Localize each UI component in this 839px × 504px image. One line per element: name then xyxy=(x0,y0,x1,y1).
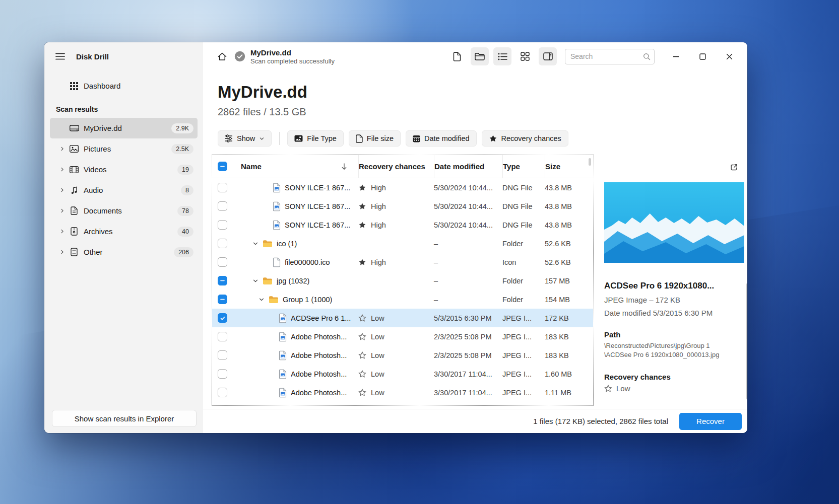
expand-collapse-chevron[interactable] xyxy=(259,297,265,303)
item-count-badge: 2.5K xyxy=(171,144,193,154)
column-header-type[interactable]: Type xyxy=(502,155,545,178)
column-header-name[interactable]: Name xyxy=(235,155,358,178)
show-filter-button[interactable]: Show xyxy=(218,130,272,147)
close-icon xyxy=(726,53,733,60)
table-row[interactable]: SONY ILCE-1 867... High 5/30/2024 10:44.… xyxy=(212,178,593,197)
row-checkbox[interactable] xyxy=(218,257,227,267)
home-button[interactable] xyxy=(213,47,231,65)
selection-status-text: 1 files (172 KB) selected, 2862 files to… xyxy=(533,417,668,425)
preview-image xyxy=(604,182,744,263)
column-header-date[interactable]: Date modified xyxy=(434,155,502,178)
table-row[interactable]: Adobe Photosh... Low 2/3/2025 5:08 PM JP… xyxy=(212,346,593,365)
sidebar-item-other[interactable]: Other 206 xyxy=(50,242,198,262)
sidebar-item-label: Videos xyxy=(84,165,107,174)
close-button[interactable] xyxy=(719,47,739,65)
details-file-title: ACDSee Pro 6 1920x1080... xyxy=(604,281,747,291)
sidebar-item-documents[interactable]: Documents 78 xyxy=(50,200,198,221)
row-checkbox[interactable] xyxy=(218,239,227,248)
filter-divider xyxy=(279,132,280,145)
panel-scrollbar[interactable] xyxy=(746,283,747,400)
row-checkbox[interactable] xyxy=(218,276,227,285)
show-scan-results-in-explorer-button[interactable]: Show scan results in Explorer xyxy=(52,410,197,427)
archives-icon xyxy=(69,227,79,236)
grid-view-button[interactable] xyxy=(516,47,534,65)
star-filled-icon xyxy=(358,221,366,229)
table-scrollbar[interactable] xyxy=(589,158,591,166)
sidebar-item-videos[interactable]: Videos 19 xyxy=(50,159,198,180)
recovery-chances-filter-button[interactable]: Recovery chances xyxy=(482,130,568,147)
chevron-right-icon xyxy=(58,146,66,152)
chevron-right-icon xyxy=(58,187,66,193)
row-checkbox[interactable] xyxy=(218,332,227,341)
row-checkbox[interactable] xyxy=(218,220,227,230)
documents-icon xyxy=(69,206,79,215)
file-size-filter-button[interactable]: File size xyxy=(349,130,401,147)
file-type-filter-label: File Type xyxy=(307,134,337,142)
sidebar-item-label: Documents xyxy=(84,206,122,215)
audio-icon xyxy=(69,186,79,194)
maximize-icon xyxy=(699,53,706,60)
file-type-filter-button[interactable]: File Type xyxy=(287,130,344,147)
scan-complete-icon xyxy=(234,51,245,62)
row-checkbox[interactable] xyxy=(218,295,227,304)
folder-view-button[interactable] xyxy=(471,47,489,65)
open-preview-external-button[interactable] xyxy=(726,160,741,175)
maximize-button[interactable] xyxy=(692,47,713,65)
table-row[interactable]: SONY ILCE-1 867... High 5/30/2024 10:44.… xyxy=(212,197,593,215)
row-checkbox[interactable] xyxy=(218,369,227,379)
hamburger-menu-button[interactable] xyxy=(51,48,69,65)
item-count-badge: 19 xyxy=(177,165,193,175)
image-file-icon xyxy=(279,313,287,323)
column-header-size[interactable]: Size xyxy=(545,155,593,178)
search-input[interactable] xyxy=(565,49,655,64)
file-info-button[interactable] xyxy=(448,47,466,65)
page-subtitle: 2862 files / 13.5 GB xyxy=(218,104,747,119)
image-file-icon xyxy=(273,220,281,230)
table-row[interactable]: file000000.ico High – Icon 52.6 KB xyxy=(212,253,593,271)
app-title: Disk Drill xyxy=(76,52,109,61)
image-file-icon xyxy=(279,332,287,342)
star-filled-icon xyxy=(358,258,366,266)
table-row-selected[interactable]: ACDSee Pro 6 1... Low 5/3/2015 6:30 PM J… xyxy=(212,309,593,327)
row-checkbox[interactable] xyxy=(218,388,227,397)
date-modified-filter-button[interactable]: Date modified xyxy=(406,130,476,147)
list-view-button[interactable] xyxy=(493,47,511,65)
main-area: MyDrive.dd Scan completed successfully xyxy=(203,42,747,433)
sliders-icon xyxy=(225,134,233,142)
sidebar-item-archives[interactable]: Archives 40 xyxy=(50,221,198,242)
table-row[interactable]: Adobe Photosh... Low 2/3/2025 5:08 PM JP… xyxy=(212,327,593,346)
column-header-recovery[interactable]: Recovery chances xyxy=(358,155,434,178)
sidebar-item-label: Other xyxy=(84,248,103,256)
table-row[interactable]: SONY ILCE-1 867... High 5/30/2024 10:44.… xyxy=(212,215,593,234)
row-checkbox[interactable] xyxy=(218,350,227,360)
select-all-checkbox[interactable] xyxy=(218,162,227,171)
show-filter-label: Show xyxy=(237,134,255,142)
table-row[interactable]: ico (1) – Folder 52.6 KB xyxy=(212,234,593,253)
minimize-button[interactable] xyxy=(666,47,686,65)
pictures-icon xyxy=(69,145,79,153)
star-outline-icon xyxy=(358,351,366,359)
sidebar-item-mydrive[interactable]: MyDrive.dd 2.9K xyxy=(50,118,198,138)
table-row[interactable]: Adobe Photosh... Low 3/30/2017 11:04... … xyxy=(212,383,593,402)
filter-bar: Show File Type File size xyxy=(218,130,747,147)
table-row[interactable]: Group 1 (1000) – Folder 154 MB xyxy=(212,290,593,309)
row-checkbox[interactable] xyxy=(218,201,227,211)
expand-collapse-chevron[interactable] xyxy=(252,241,259,247)
expand-collapse-chevron[interactable] xyxy=(252,278,259,284)
sidebar-item-dashboard[interactable]: Dashboard xyxy=(50,76,198,96)
row-checkbox[interactable] xyxy=(218,183,227,192)
table-row[interactable]: Adobe Photosh... Low 3/30/2017 11:04... … xyxy=(212,365,593,383)
file-table: Name Recovery chances Date modified Type… xyxy=(212,155,594,406)
sidebar-item-audio[interactable]: Audio 8 xyxy=(50,180,198,200)
sidebar-item-label: MyDrive.dd xyxy=(84,124,122,132)
search-box xyxy=(565,49,655,64)
row-checkbox[interactable] xyxy=(218,313,227,323)
item-count-badge: 40 xyxy=(177,227,193,237)
hamburger-icon xyxy=(55,53,65,60)
sidebar-item-label: Dashboard xyxy=(84,82,120,90)
recovery-chances-filter-label: Recovery chances xyxy=(501,134,561,142)
recover-button[interactable]: Recover xyxy=(679,413,742,430)
sidebar-item-pictures[interactable]: Pictures 2.5K xyxy=(50,138,198,159)
details-panel-toggle-button[interactable] xyxy=(539,47,557,65)
table-row[interactable]: jpg (1032) – Folder 157 MB xyxy=(212,271,593,290)
